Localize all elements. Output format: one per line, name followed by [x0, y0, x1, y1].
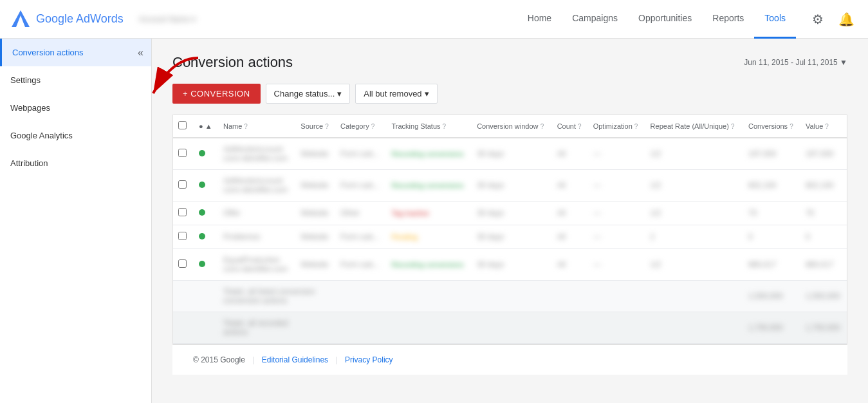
- row-optimization-cell: —: [588, 202, 645, 225]
- row-checkbox-0[interactable]: [178, 149, 187, 157]
- sidebar-item-conversion-actions[interactable]: Conversion actions «: [0, 39, 151, 66]
- row-count-cell: All: [552, 225, 588, 249]
- header-category-help-icon[interactable]: ?: [371, 123, 375, 130]
- header-conversions[interactable]: Conversions ?: [743, 115, 800, 138]
- header-conversion-window[interactable]: Conversion window ?: [472, 115, 551, 138]
- row-tracking-cell: Tag inactive: [387, 202, 472, 225]
- row-window-cell: 30 days: [472, 225, 551, 249]
- header-category[interactable]: Category ?: [335, 115, 387, 138]
- status-sort-icon[interactable]: ● ▲: [199, 122, 212, 130]
- page-header: Conversion actions Jun 11, 2015 - Jul 11…: [172, 54, 847, 71]
- row-checkbox-cell: [173, 249, 194, 281]
- header-repeat-help-icon[interactable]: ?: [731, 123, 735, 130]
- header-tracking-label: Tracking Status: [392, 122, 441, 130]
- row-checkbox-4[interactable]: [178, 259, 187, 268]
- row-status-cell: [194, 249, 218, 281]
- row-optimization-cell: —: [588, 249, 645, 281]
- header-optimization[interactable]: Optimization ?: [588, 115, 645, 138]
- row-window-value: 30 days: [477, 149, 504, 158]
- header-name-label: Name: [223, 122, 242, 130]
- add-conversion-button[interactable]: + CONVERSION: [172, 84, 261, 104]
- row-optimization-cell: —: [588, 170, 645, 202]
- account-selector[interactable]: Account Name ▾: [139, 15, 196, 24]
- row-conversions-value: 802,100: [748, 181, 776, 190]
- nav-campaigns[interactable]: Campaigns: [562, 0, 628, 39]
- header-conversions-help-icon[interactable]: ?: [790, 123, 793, 130]
- row-name-sub-link[interactable]: conv-identifier.com: [223, 154, 290, 163]
- header-repeat-rate[interactable]: Repeat Rate (All/Unique) ?: [645, 115, 743, 138]
- row-name-sub-link[interactable]: conv-identifier.com: [223, 265, 290, 274]
- row-count-value: All: [557, 181, 566, 190]
- header-optimization-help-icon[interactable]: ?: [634, 123, 638, 130]
- sidebar-item-conversion-actions-label: Conversion actions: [12, 48, 84, 57]
- app-name-label: Google AdWords: [36, 12, 124, 26]
- row-name-link[interactable]: Offer: [223, 209, 290, 218]
- grand-conversions-cell: 1,700,000: [743, 312, 800, 344]
- header-window-help-icon[interactable]: ?: [540, 123, 544, 130]
- row-name-cell: Problemos: [218, 225, 295, 249]
- editorial-guidelines-link[interactable]: Editorial Guidelines: [262, 355, 328, 364]
- header-source[interactable]: Source ?: [295, 115, 335, 138]
- row-window-value: 30 days: [477, 232, 504, 241]
- row-checkbox-2[interactable]: [178, 208, 187, 216]
- row-value-cell: 880,017: [800, 249, 847, 281]
- sidebar-item-webpages[interactable]: Webpages: [0, 94, 151, 122]
- sidebar-item-google-analytics[interactable]: Google Analytics: [0, 122, 151, 149]
- total-value-cell: 1,500,000: [800, 281, 847, 312]
- header-tracking-help-icon[interactable]: ?: [443, 123, 447, 130]
- settings-button[interactable]: ⚙: [806, 8, 829, 31]
- row-tracking-value: Tag inactive: [392, 209, 429, 217]
- nav-icons: ⚙ 🔔: [806, 8, 858, 31]
- sidebar-item-attribution-label: Attribution: [10, 158, 48, 168]
- header-count-help-icon[interactable]: ?: [578, 123, 582, 130]
- sidebar-collapse-icon[interactable]: «: [138, 47, 143, 59]
- row-checkbox-3[interactable]: [178, 232, 187, 240]
- nav-home[interactable]: Home: [517, 0, 562, 39]
- filter-chevron-icon: ▾: [425, 89, 429, 98]
- status-dot-icon: [199, 182, 205, 188]
- grand-label: Totals: all recordedactions: [223, 319, 288, 337]
- row-name-link[interactable]: AdWordsAccount: [223, 145, 290, 154]
- header-name[interactable]: Name ?: [218, 115, 295, 138]
- main-content: Conversion actions Jun 11, 2015 - Jul 11…: [152, 39, 868, 403]
- row-category-value: Form sub...: [340, 181, 380, 190]
- row-value-value: 0: [806, 232, 810, 241]
- row-checkbox-1[interactable]: [178, 180, 187, 189]
- row-value-value: 802,100: [806, 181, 833, 190]
- nav-tools[interactable]: Tools: [754, 0, 796, 39]
- row-category-cell: Other: [335, 202, 387, 225]
- select-all-checkbox[interactable]: [178, 121, 187, 129]
- notifications-button[interactable]: 🔔: [835, 8, 858, 31]
- header-tracking-status[interactable]: Tracking Status ?: [387, 115, 472, 138]
- row-optimization-value: —: [593, 260, 601, 269]
- table-body: AdWordsAccount conv-identifier.com Websi…: [173, 138, 847, 344]
- row-optimization-value: —: [593, 209, 601, 218]
- row-name-link[interactable]: Problemos: [223, 232, 290, 241]
- date-range-selector[interactable]: Jun 11, 2015 - Jul 11, 2015 ▼: [744, 58, 847, 67]
- row-window-value: 30 days: [477, 209, 504, 218]
- row-name-sub-link[interactable]: conv-identifier.com: [223, 185, 290, 194]
- adwords-logo-icon: [10, 9, 31, 30]
- header-value-label: Value: [806, 122, 823, 130]
- row-name-link[interactable]: EqualProduction: [223, 256, 290, 265]
- header-value-help-icon[interactable]: ?: [825, 123, 829, 130]
- header-count[interactable]: Count ?: [552, 115, 588, 138]
- row-name-cell: AdWordsAccount conv-identifier.com: [218, 138, 295, 170]
- header-name-help-icon[interactable]: ?: [244, 123, 248, 130]
- row-checkbox-cell: [173, 138, 194, 170]
- sidebar-item-attribution[interactable]: Attribution: [0, 149, 151, 177]
- change-status-button[interactable]: Change status... ▾: [266, 84, 351, 104]
- row-repeat-cell: 2: [645, 225, 743, 249]
- row-status-cell: [194, 225, 218, 249]
- header-source-help-icon[interactable]: ?: [325, 123, 329, 130]
- sidebar-item-settings[interactable]: Settings: [0, 66, 151, 94]
- header-value[interactable]: Value ?: [800, 115, 847, 138]
- privacy-policy-link[interactable]: Privacy Policy: [345, 355, 393, 364]
- row-repeat-value: 1/2: [651, 149, 661, 158]
- header-checkbox-cell: [173, 115, 194, 138]
- table-header-row: ● ▲ Name ? Source ? Category ?: [173, 115, 847, 138]
- nav-reports[interactable]: Reports: [702, 0, 754, 39]
- row-name-link[interactable]: AdWordsAccount: [223, 176, 290, 185]
- filter-button[interactable]: All but removed ▾: [355, 84, 437, 104]
- nav-opportunities[interactable]: Opportunities: [628, 0, 702, 39]
